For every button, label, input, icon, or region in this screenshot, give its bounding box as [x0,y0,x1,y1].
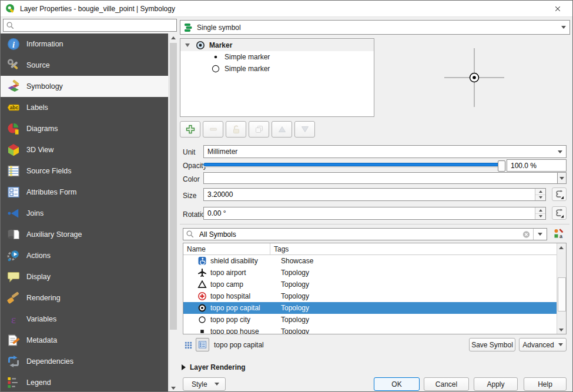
symbol-name: topo airport [210,269,246,277]
diagrams-icon [6,122,21,136]
add-symbol-layer-button[interactable] [180,121,200,138]
sidebar-item-diagrams[interactable]: Diagrams [1,118,168,139]
sidebar-item-information[interactable]: iInformation [1,33,168,55]
tree-item-simple-marker[interactable]: Simple marker [180,51,374,63]
rotation-input[interactable] [204,207,535,219]
sidebar-scrollbar[interactable] [169,33,177,392]
size-data-defined-override-button[interactable] [552,187,567,201]
icon-view-button[interactable] [182,339,194,351]
sidebar-item-attributes-form[interactable]: Attributes Form [1,182,168,203]
symbol-search-box[interactable] [183,228,547,240]
list-view-button[interactable] [196,338,209,351]
sidebar-item-labels[interactable]: abcLabels [1,97,168,118]
symbol-row-shield-disability[interactable]: shield disabilityShowcase [183,255,566,267]
remove-symbol-layer-button[interactable] [203,121,223,138]
advanced-button[interactable]: Advanced [519,338,567,351]
spin-arrows[interactable] [535,207,545,219]
dependencies-icon [6,354,21,368]
tree-root-label: Marker [209,41,232,49]
scroll-up-icon[interactable] [170,33,177,42]
color-dropdown-button[interactable] [558,172,567,184]
sidebar-item-variables[interactable]: εVariables [1,309,168,330]
chevron-down-icon [538,233,542,236]
sidebar-item-metadata[interactable]: Metadata [1,330,168,351]
sidebar-item-source-fields[interactable]: Source Fields [1,160,168,182]
opacity-slider[interactable] [203,163,504,169]
rotation-spinbox[interactable] [203,207,546,220]
style-manager-button[interactable]: a [552,227,565,240]
color-swatch[interactable] [203,172,558,184]
symbol-row-topo-camp[interactable]: topo campTopology [183,279,566,290]
sidebar-item-label: Dependencies [26,357,73,366]
symbol-row-topo-pop-city[interactable]: topo pop cityTopology [183,314,566,326]
symbol-row-topo-pop-capital[interactable]: topo pop capitalTopology [183,302,566,314]
opacity-spinbox[interactable] [507,159,567,172]
symbol-list: Name Tags shield disabilityShowcasetopo … [183,243,567,334]
duplicate-symbol-layer-button[interactable] [249,121,269,138]
cancel-button[interactable]: Cancel [424,377,469,391]
scroll-up-icon[interactable] [558,243,565,252]
symbol-list-scrollbar[interactable] [557,243,566,334]
move-layer-down-button[interactable] [294,121,315,138]
collapsed-arrow-icon [182,364,186,370]
symbol-list-scrollbar-thumb[interactable] [558,277,566,311]
sidebar-item-joins[interactable]: Joins [1,203,168,224]
search-dropdown-button[interactable] [533,229,547,240]
sidebar-item-auxiliary-storage[interactable]: Auxiliary Storage [1,224,168,245]
symbol-row-topo-hospital[interactable]: topo hospitalTopology [183,290,566,302]
save-symbol-button[interactable]: Save Symbol [469,338,515,351]
scroll-down-icon[interactable] [558,326,565,334]
spin-arrows[interactable] [535,189,545,200]
data-defined-icon [554,208,564,218]
clear-search-icon[interactable] [522,230,531,239]
close-button[interactable] [548,1,568,16]
properties-search-input[interactable] [17,21,174,30]
sidebar-item-label: Attributes Form [26,188,76,196]
rendering-icon [6,291,21,305]
unit-select[interactable]: Millimeter [203,145,567,158]
sidebar-item-source[interactable]: Source [1,55,168,76]
sidebar-item-display[interactable]: Display [1,266,168,287]
symbol-tags-cell: Topology [277,280,309,289]
size-input[interactable] [204,189,535,200]
sidebar-item-actions[interactable]: Actions [1,245,168,266]
symbol-search-input[interactable] [198,230,520,239]
symbol-name-cell: topo pop city [183,315,277,324]
expander-icon[interactable] [185,43,190,47]
symbol-row-topo-pop-house[interactable]: topo pop houseTopology [183,326,566,334]
sidebar-item-label: Display [26,273,51,281]
plus-icon [186,125,195,134]
renderer-select[interactable]: Single symbol [180,20,570,35]
properties-search-box[interactable] [3,19,177,32]
grid-view-icon [184,341,193,350]
lock-symbol-layer-button[interactable] [226,121,246,138]
opacity-slider-handle[interactable] [498,160,505,172]
symbol-name: topo pop house [210,327,259,334]
tree-item-marker[interactable]: Marker [180,39,374,51]
source-icon [6,58,21,72]
size-spinbox[interactable] [203,188,546,201]
sidebar-item-symbology[interactable]: Symbology [1,76,168,97]
joins-icon [6,206,21,220]
help-button[interactable]: Help [524,377,567,391]
camp-icon [197,280,207,289]
sidebar-scrollbar-thumb[interactable] [170,43,177,330]
svg-text:a: a [559,233,563,239]
sidebar-item-rendering[interactable]: Rendering [1,287,168,309]
opacity-input[interactable] [507,160,573,171]
layer-rendering-section[interactable]: Layer Rendering [182,362,246,373]
sidebar-item-3d-view[interactable]: 3D View [1,139,168,160]
sidebar-item-label: 3D View [26,146,53,154]
apply-button[interactable]: Apply [474,377,518,391]
symbol-preview [377,38,571,117]
style-button[interactable]: Style [183,377,226,391]
symbol-row-topo-airport[interactable]: topo airportTopology [183,267,566,279]
scroll-down-icon[interactable] [170,384,177,392]
sidebar-item-legend[interactable]: Legend [1,372,168,392]
style-manager-icon: a [554,229,564,239]
move-layer-up-button[interactable] [272,121,292,138]
tree-item-simple-marker[interactable]: Simple marker [180,63,374,75]
rotation-data-defined-override-button[interactable] [552,206,567,220]
sidebar-item-dependencies[interactable]: Dependencies [1,351,168,372]
ok-button[interactable]: OK [374,377,420,391]
